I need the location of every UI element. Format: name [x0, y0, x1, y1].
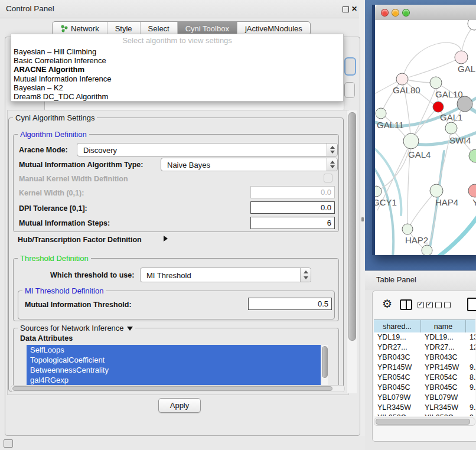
columns-icon[interactable]: [400, 299, 412, 310]
algorithm-option-basic-correlation-inference[interactable]: Basic Correlation Inference: [14, 56, 341, 65]
select-all-checkboxes-icon[interactable]: [418, 302, 435, 312]
which-threshold-select[interactable]: MI Threshold: [140, 268, 311, 282]
kernel-width-input[interactable]: [250, 186, 335, 198]
node-hap4[interactable]: [430, 184, 443, 197]
node-hap2[interactable]: [402, 224, 413, 234]
settings-horizontal-scrollbar[interactable]: [11, 385, 345, 392]
control-panel-title: Control Panel: [6, 4, 54, 13]
node-swi4[interactable]: [445, 122, 457, 134]
table-cell: YDL19...: [421, 332, 466, 343]
document-icon[interactable]: [467, 298, 476, 311]
table-cell: YIL052C: [374, 413, 421, 416]
table-row[interactable]: YDR27...YDR27...12: [374, 343, 475, 353]
tab-select[interactable]: Select: [141, 22, 178, 35]
table-row[interactable]: YIL052CYIL052C9: [374, 413, 475, 416]
algorithm-option-aracne-algorithm[interactable]: ARACNE Algorithm: [14, 65, 341, 74]
data-attributes-list[interactable]: SelfLoopsTopologicalCoefficientBetweenne…: [27, 345, 321, 387]
attributes-list-scrollbar[interactable]: [321, 345, 328, 387]
node-gal1[interactable]: [433, 102, 444, 112]
node-gcy1[interactable]: [375, 186, 382, 197]
deselect-all-checkboxes-icon[interactable]: [435, 302, 453, 312]
splitter-handle-icon[interactable]: [361, 217, 364, 221]
column-header-shared[interactable]: shared...: [374, 320, 421, 333]
tab-cyni-toolbox[interactable]: Cyni Toolbox: [178, 22, 237, 35]
node-gal10[interactable]: [430, 77, 442, 89]
table-cell: YBR043C: [421, 353, 466, 363]
attribute-topologicalcoefficient[interactable]: TopologicalCoefficient: [27, 355, 321, 365]
node-label-gal: GAL: [458, 64, 475, 74]
tab-jactivemnodules-label: jActiveMNodules: [245, 24, 302, 33]
table-row[interactable]: YBR043CYBR043C: [374, 353, 475, 363]
network-node[interactable]: [422, 245, 432, 255]
attribute-selfloops[interactable]: SelfLoops: [27, 345, 321, 355]
mi-algorithm-type-select[interactable]: Naive Bayes: [161, 158, 338, 171]
table-row[interactable]: YBL079WYBL079W: [374, 393, 475, 403]
table-row[interactable]: YER054CYER054C8.: [374, 373, 475, 383]
manual-kernel-width-checkbox[interactable]: [324, 174, 332, 182]
stepper-arrows-icon[interactable]: [327, 158, 337, 171]
collapsed-panel-icon[interactable]: [4, 439, 13, 448]
node-label-gal11: GAL11: [377, 120, 404, 130]
table-panel-titlebar[interactable]: Table Panel: [365, 270, 476, 289]
table-row[interactable]: YLR345WYLR345W9.: [374, 403, 475, 413]
settings-vertical-scrollbar-thumb[interactable]: [348, 112, 356, 341]
algorithm-dropdown-placeholder: Select algorithm to view settings: [11, 36, 343, 45]
table-cell: [466, 353, 475, 363]
tab-jactivemnodules[interactable]: jActiveMNodules: [237, 22, 310, 35]
node-y[interactable]: [468, 184, 476, 197]
algorithm-option-mutual-information-inference[interactable]: Mutual Information Inference: [14, 74, 341, 83]
gear-icon[interactable]: ⚙: [382, 298, 392, 309]
table-cell: YBR045C: [421, 383, 466, 393]
sources-title: Sources for Network Inference: [18, 324, 135, 332]
table-header-row: shared...nameA: [374, 319, 475, 334]
tab-network[interactable]: Network: [53, 22, 107, 35]
column-header-a[interactable]: A: [466, 320, 475, 333]
node-gal11[interactable]: [376, 108, 386, 119]
dpi-tolerance-input[interactable]: [250, 201, 335, 214]
network-window-titlebar[interactable]: [375, 5, 476, 21]
close-traffic-light[interactable]: [381, 9, 389, 17]
network-view-window[interactable]: GALGAL80GAL10GAL1GAL11SWI4GAL4GCY1HAP4YH…: [372, 5, 476, 255]
attribute-betweennesscentrality[interactable]: BetweennessCentrality: [27, 365, 321, 375]
node-label-hap2: HAP2: [405, 235, 428, 245]
float-window-icon[interactable]: [343, 6, 349, 12]
algorithm-option-bayesian-hill-climbing[interactable]: Bayesian – Hill Climbing: [14, 47, 341, 56]
zoom-traffic-light[interactable]: [402, 9, 410, 17]
network-node[interactable]: [468, 20, 476, 30]
network-node[interactable]: [469, 149, 476, 162]
table-panel-box: ⚙ shared...nameA YDL19...YDL19...13YDR27…: [372, 291, 476, 442]
attribute-gal4rgexp[interactable]: gal4RGexp: [27, 375, 321, 385]
mi-threshold-input[interactable]: [248, 298, 332, 310]
minimize-traffic-light[interactable]: [392, 9, 399, 17]
mi-steps-label: Mutual Information Steps:: [19, 219, 110, 227]
stepper-arrows-icon[interactable]: [300, 268, 311, 282]
tab-style[interactable]: Style: [107, 22, 141, 35]
node-gal80[interactable]: [396, 73, 408, 85]
node-gal4[interactable]: [403, 133, 419, 149]
apply-button[interactable]: Apply: [158, 398, 201, 413]
settings-vertical-scrollbar[interactable]: [347, 110, 357, 393]
table-horizontal-scrollbar[interactable]: [374, 418, 475, 426]
algorithm-option-bayesian-k2[interactable]: Bayesian – K2: [14, 83, 341, 92]
node-gal[interactable]: [455, 51, 468, 64]
table-cell: YBL079W: [374, 393, 421, 403]
table-horizontal-scrollbar-thumb[interactable]: [376, 419, 470, 425]
close-panel-icon[interactable]: ✕: [351, 5, 357, 13]
table-cell: YER054C: [374, 373, 421, 383]
table-row[interactable]: YPR145WYPR145W9.: [374, 363, 475, 373]
aracne-mode-select[interactable]: Discovery: [77, 143, 338, 156]
expand-arrow-icon[interactable]: [164, 236, 168, 242]
control-panel-titlebar[interactable]: Control Panel ✕: [0, 0, 361, 18]
network-canvas[interactable]: GALGAL80GAL10GAL1GAL11SWI4GAL4GCY1HAP4YH…: [375, 20, 476, 255]
attributes-list-scrollbar-thumb[interactable]: [322, 346, 328, 378]
table-row[interactable]: YDL19...YDL19...13: [374, 332, 475, 343]
column-header-name[interactable]: name: [421, 320, 466, 333]
algorithm-option-dream8-dc-tdc-algorithm[interactable]: Dream8 DC_TDC Algorithm: [14, 92, 341, 101]
network-canvas-svg: GALGAL80GAL10GAL1GAL11SWI4GAL4GCY1HAP4YH…: [375, 20, 476, 255]
table-body: YDL19...YDL19...13YDR27...YDR27...12YBR0…: [374, 332, 475, 416]
collapse-arrow-icon[interactable]: [127, 327, 133, 331]
table-row[interactable]: YBR045CYBR045C9.: [374, 383, 475, 393]
settings-horizontal-scrollbar-thumb[interactable]: [12, 386, 332, 391]
stepper-arrows-icon[interactable]: [327, 144, 337, 156]
mi-steps-input[interactable]: [250, 217, 335, 229]
